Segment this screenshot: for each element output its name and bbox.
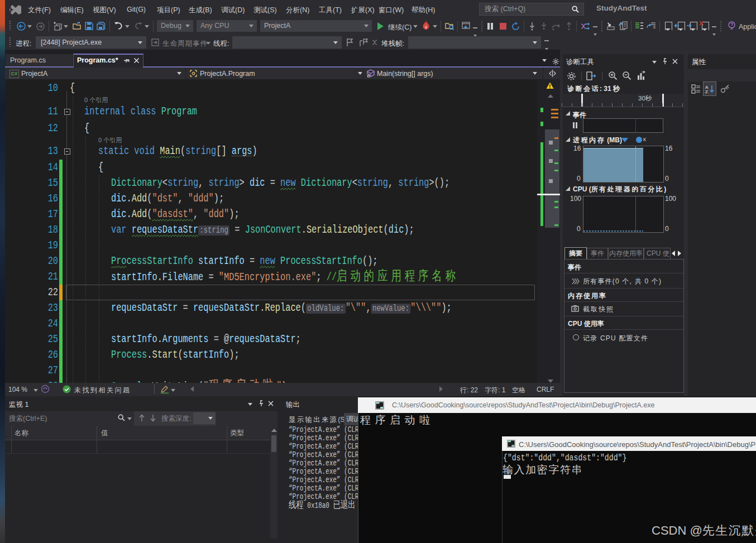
svg-text:Z: Z bbox=[705, 89, 708, 94]
